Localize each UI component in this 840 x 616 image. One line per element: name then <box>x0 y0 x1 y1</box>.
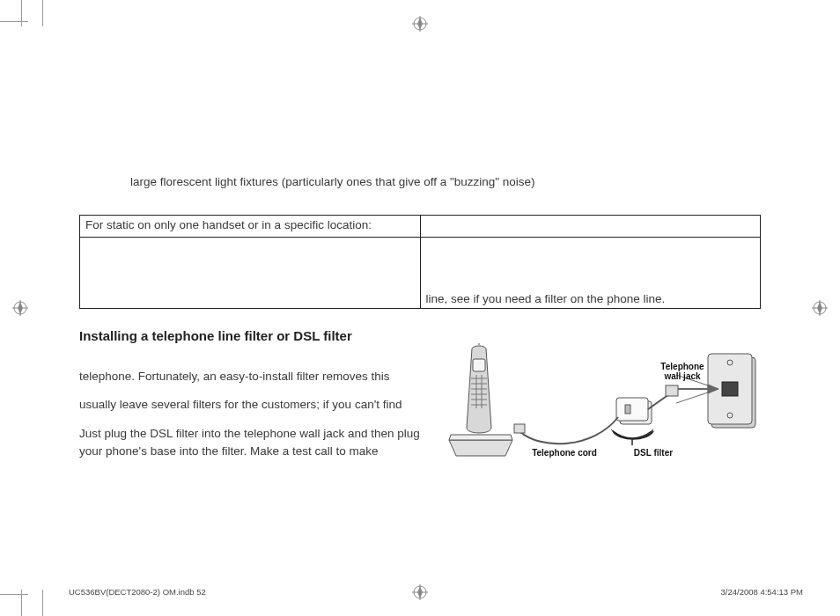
paragraph-fragment: usually leave several filters for the cu… <box>79 396 446 414</box>
footer-timestamp: 3/24/2008 4:54:13 PM <box>721 587 804 597</box>
crop-mark <box>0 594 28 595</box>
crop-mark <box>21 0 22 26</box>
document-page: large florescent light fixtures (particu… <box>0 0 840 616</box>
dsl-filter-diagram: Telephone cord DSL filter Telephone wall… <box>444 343 761 484</box>
diagram-label-cord: Telephone cord <box>532 448 597 458</box>
svg-rect-27 <box>625 405 630 414</box>
table-cell: For static on only one handset or in a s… <box>80 216 421 238</box>
svg-rect-29 <box>666 385 678 396</box>
body-column: telephone. Fortunately, an easy-to-insta… <box>79 368 446 460</box>
table-cell: line, see if you need a filter on the ph… <box>420 238 761 309</box>
continuation-line: large florescent light fixtures (particu… <box>130 174 761 190</box>
table-cell <box>420 216 761 238</box>
handset-icon <box>467 343 491 433</box>
registration-mark-icon <box>812 300 828 316</box>
paragraph: Just plug the DSL filter into the teleph… <box>79 425 446 461</box>
svg-rect-26 <box>616 398 648 421</box>
crop-mark <box>42 590 43 616</box>
diagram-label-jack-2: wall jack <box>663 371 701 381</box>
phone-base-icon <box>449 435 512 456</box>
crop-mark <box>0 21 28 22</box>
svg-rect-33 <box>473 359 485 371</box>
dsl-filter-icon <box>616 385 678 424</box>
registration-mark-icon <box>12 300 28 316</box>
troubleshooting-table: For static on only one handset or in a s… <box>79 215 761 309</box>
table-cell <box>80 238 421 309</box>
registration-mark-icon <box>412 16 428 32</box>
telephone-cord-icon <box>519 417 618 444</box>
svg-marker-11 <box>817 302 822 314</box>
crop-mark <box>42 0 43 26</box>
svg-marker-3 <box>417 18 423 30</box>
svg-marker-7 <box>18 302 23 314</box>
print-footer: UC536BV(DECT2080-2) OM.indb 52 3/24/2008… <box>69 587 803 597</box>
diagram-label-filter: DSL filter <box>634 448 673 458</box>
svg-rect-20 <box>722 382 738 396</box>
diagram-label-jack-1: Telephone <box>660 362 704 371</box>
svg-rect-31 <box>514 424 525 433</box>
paragraph-fragment: telephone. Fortunately, an easy-to-insta… <box>79 368 446 385</box>
section-heading: Installing a telephone line filter or DS… <box>79 328 761 343</box>
footer-filename: UC536BV(DECT2080-2) OM.indb 52 <box>69 587 206 597</box>
